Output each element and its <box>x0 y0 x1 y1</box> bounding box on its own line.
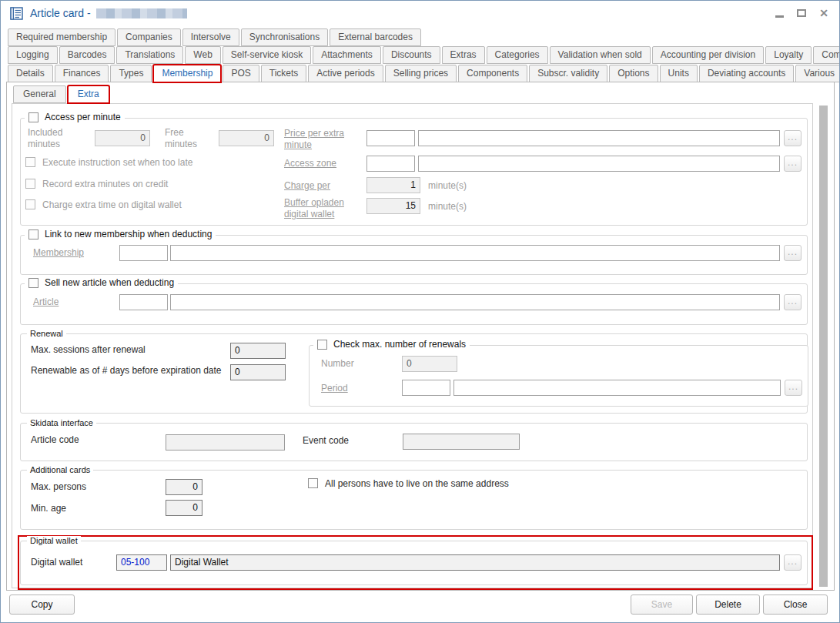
check-max-renewals-checkbox[interactable] <box>317 340 327 350</box>
group-additional-cards: Additional cards Max. persons 0 Min. age… <box>20 470 808 530</box>
access-per-minute-checkbox[interactable] <box>28 112 38 122</box>
tab-accounting-per-division[interactable]: Accounting per division <box>652 46 764 64</box>
article-code-sell-input[interactable] <box>119 294 168 310</box>
tab-external-barcodes[interactable]: External barcodes <box>330 28 421 46</box>
tab-attachments[interactable]: Attachments <box>313 46 381 64</box>
tab-units[interactable]: Units <box>660 65 698 82</box>
execute-instruction-row: Execute instruction set when too late <box>25 157 192 168</box>
buffer-opladen-link[interactable]: Buffer opladen digital wallet <box>284 197 357 220</box>
buffer-opladen-unit: minute(s) <box>428 201 467 213</box>
minimize-icon[interactable] <box>775 15 784 18</box>
redacted-title-text <box>96 8 187 18</box>
membership-browse-button[interactable]: ... <box>784 245 802 261</box>
tab-translations[interactable]: Translations <box>116 46 183 64</box>
skidata-event-code-input <box>403 434 520 450</box>
price-per-extra-minute-desc-input[interactable] <box>418 130 780 146</box>
subtab-extra[interactable]: Extra <box>68 85 109 103</box>
window-title: Article card - <box>30 7 91 19</box>
tab-details[interactable]: Details <box>8 65 53 82</box>
tab-intersolve[interactable]: Intersolve <box>182 28 239 46</box>
tab-strip-row3: Details Finances Types Membership POS Ti… <box>8 64 835 82</box>
renewable-days-label: Renewable as of # days before expiration… <box>31 365 228 377</box>
price-per-extra-minute-code-input[interactable] <box>366 130 415 146</box>
period-link[interactable]: Period <box>321 383 348 394</box>
free-minutes-input: 0 <box>219 130 274 146</box>
tab-components[interactable]: Components <box>458 65 527 82</box>
tab-tickets[interactable]: Tickets <box>261 65 307 82</box>
close-button[interactable]: Close <box>763 595 828 615</box>
tab-active-periods[interactable]: Active periods <box>308 65 383 82</box>
charge-per-link[interactable]: Charge per <box>284 180 330 192</box>
tab-validation-when-sold[interactable]: Validation when sold <box>550 46 651 64</box>
tab-loyalty[interactable]: Loyalty <box>765 46 812 64</box>
scrollbar-thumb[interactable] <box>819 106 828 587</box>
renewable-days-input[interactable]: 0 <box>230 364 286 380</box>
additional-cards-title: Additional cards <box>27 465 93 475</box>
min-age-input[interactable]: 0 <box>166 500 202 516</box>
link-new-membership-checkbox[interactable] <box>28 229 38 239</box>
close-icon[interactable]: ✕ <box>819 8 828 18</box>
tab-companies[interactable]: Companies <box>117 28 181 46</box>
tab-discounts[interactable]: Discounts <box>383 46 440 64</box>
period-desc-input[interactable] <box>453 380 781 396</box>
period-browse-button[interactable]: ... <box>785 380 802 396</box>
tab-subscr-validity[interactable]: Subscr. validity <box>529 65 607 82</box>
skidata-article-code-input <box>166 434 285 451</box>
max-sessions-input[interactable]: 0 <box>230 343 286 359</box>
number-input: 0 <box>402 356 457 372</box>
same-address-checkbox[interactable] <box>308 478 318 488</box>
tab-types[interactable]: Types <box>110 65 152 82</box>
tab-self-service-kiosk[interactable]: Self-service kiosk <box>223 46 311 64</box>
vertical-scrollbar[interactable] <box>819 106 828 587</box>
access-zone-browse-button[interactable]: ... <box>784 156 802 172</box>
free-minutes-label: Free minutes <box>165 127 205 150</box>
tab-logging[interactable]: Logging <box>8 46 58 64</box>
price-per-extra-minute-browse-button[interactable]: ... <box>784 130 802 146</box>
tab-commission-agreement[interactable]: Commission agreement <box>813 46 840 64</box>
same-address-row: All persons have to live on the same add… <box>308 478 509 489</box>
tab-synchronisations[interactable]: Synchronisations <box>241 28 328 46</box>
charge-per-unit: minute(s) <box>428 180 467 192</box>
access-per-minute-label: Access per minute <box>45 112 121 122</box>
delete-button[interactable]: Delete <box>696 595 760 615</box>
tab-selling-prices[interactable]: Selling prices <box>385 65 457 82</box>
membership-field-link[interactable]: Membership <box>33 247 84 259</box>
tab-barcodes[interactable]: Barcodes <box>59 46 115 64</box>
tab-finances[interactable]: Finances <box>55 65 109 82</box>
copy-button[interactable]: Copy <box>9 595 75 615</box>
period-code-input[interactable] <box>402 380 450 396</box>
article-browse-button[interactable]: ... <box>784 294 802 310</box>
tab-options[interactable]: Options <box>609 65 658 82</box>
tab-pos[interactable]: POS <box>223 65 259 82</box>
tab-membership[interactable]: Membership <box>153 65 221 82</box>
access-zone-link[interactable]: Access zone <box>284 158 336 169</box>
tab-web[interactable]: Web <box>185 46 220 64</box>
tab-various[interactable]: Various <box>795 65 840 82</box>
digital-wallet-code-input[interactable]: 05-100 <box>116 554 167 571</box>
membership-desc-input[interactable] <box>170 245 780 261</box>
check-max-renewals-label: Check max. number of renewals <box>333 339 466 350</box>
max-persons-input[interactable]: 0 <box>166 479 202 495</box>
membership-tab-panel: General Extra Access per minute Included… <box>6 82 835 591</box>
max-persons-label: Max. persons <box>31 481 86 493</box>
tab-categories[interactable]: Categories <box>487 46 548 64</box>
number-label: Number <box>321 358 354 370</box>
price-per-extra-minute-link[interactable]: Price per extra minute <box>284 128 357 151</box>
access-zone-code-input[interactable] <box>366 156 415 172</box>
subtab-general[interactable]: General <box>13 85 66 103</box>
record-extra-minutes-row: Record extra minutes on credit <box>25 179 168 189</box>
maximize-icon[interactable] <box>797 9 806 17</box>
digital-wallet-desc-input[interactable]: Digital Wallet <box>170 554 780 571</box>
article-desc-input[interactable] <box>170 294 780 310</box>
membership-code-input[interactable] <box>119 245 168 261</box>
article-card-icon <box>10 7 23 20</box>
charge-per-input: 1 <box>366 177 420 193</box>
execute-instruction-label: Execute instruction set when too late <box>42 157 192 168</box>
access-zone-desc-input[interactable] <box>418 156 780 172</box>
tab-deviating-accounts[interactable]: Deviating accounts <box>699 65 794 82</box>
article-field-link[interactable]: Article <box>33 296 59 308</box>
sell-new-article-checkbox[interactable] <box>28 278 38 288</box>
tab-extras[interactable]: Extras <box>442 46 485 64</box>
digital-wallet-browse-button[interactable]: ... <box>784 554 802 571</box>
tab-required-membership[interactable]: Required membership <box>8 28 115 46</box>
